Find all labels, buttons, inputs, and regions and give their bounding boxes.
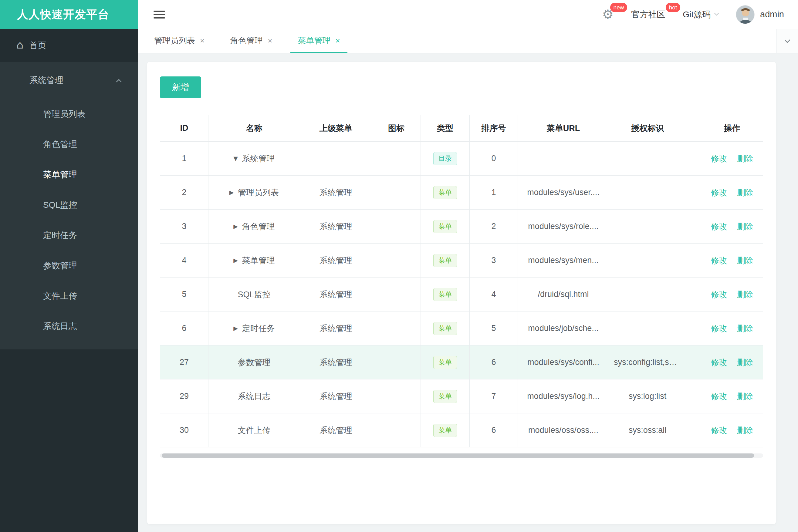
cell-icon [372, 244, 421, 278]
cell-url: modules/sys/role.... [518, 210, 609, 244]
edit-link[interactable]: 修改 [711, 154, 727, 163]
cell-auth: sys:log:list [609, 379, 686, 413]
edit-link[interactable]: 修改 [711, 290, 727, 299]
new-badge: new [610, 3, 628, 12]
cell-url [518, 141, 609, 176]
cell-name: 文件上传 [208, 413, 300, 448]
community-link[interactable]: 官方社区 hot [631, 9, 665, 20]
sidebar-item[interactable]: 角色管理 [0, 129, 138, 159]
menu-name: SQL监控 [238, 289, 270, 300]
tab[interactable]: 角色管理 × [223, 29, 279, 53]
sidebar-item[interactable]: 菜单管理 [0, 159, 138, 190]
sidebar-item-home[interactable]: ⌂ 首页 [0, 29, 138, 62]
edit-link[interactable]: 修改 [711, 392, 727, 401]
expand-icon[interactable] [233, 258, 238, 263]
cell-ops: 修改 删除 [686, 379, 763, 413]
cell-id: 3 [160, 210, 208, 244]
edit-link[interactable]: 修改 [711, 222, 727, 231]
edit-link[interactable]: 修改 [711, 426, 727, 435]
sidebar-item-label: SQL监控 [43, 199, 77, 211]
delete-link[interactable]: 删除 [737, 222, 753, 231]
add-button[interactable]: 新增 [160, 76, 201, 98]
scrollbar-thumb[interactable] [162, 453, 754, 458]
sidebar-item[interactable]: 文件上传 [0, 281, 138, 311]
menu-name: 角色管理 [242, 221, 275, 232]
git-label: Git源码 [683, 9, 711, 20]
edit-link[interactable]: 修改 [711, 324, 727, 333]
expand-icon[interactable] [233, 156, 238, 162]
delete-link[interactable]: 删除 [737, 324, 753, 333]
sidebar-item[interactable]: 参数管理 [0, 250, 138, 281]
delete-link[interactable]: 删除 [737, 358, 753, 367]
cell-ops: 修改 删除 [686, 176, 763, 210]
cell-auth [609, 141, 686, 176]
cell-type: 菜单 [421, 176, 470, 210]
git-source-link[interactable]: Git源码 [683, 9, 718, 20]
cell-icon [372, 278, 421, 311]
settings-button[interactable]: ⚙ new [602, 8, 614, 21]
cell-icon [372, 413, 421, 448]
tab-close-icon[interactable]: × [335, 37, 340, 44]
sidebar-item-label: 系统日志 [43, 321, 77, 332]
table-row: 5 SQL监控 系统管理 [160, 278, 763, 311]
username: admin [760, 10, 784, 19]
delete-link[interactable]: 删除 [737, 188, 753, 197]
cell-icon [372, 379, 421, 413]
tabs-overflow-button[interactable] [776, 29, 798, 53]
cell-auth [609, 278, 686, 311]
table-row: 27 参数管理 系统管理 [160, 345, 763, 379]
expand-icon[interactable] [233, 224, 238, 229]
menu-name: 系统管理 [242, 153, 275, 164]
horizontal-scrollbar[interactable] [160, 453, 763, 458]
sidebar-item-label: 文件上传 [43, 290, 77, 302]
cell-icon [372, 176, 421, 210]
tab-close-icon[interactable]: × [267, 37, 272, 44]
sidebar: 人人快速开发平台 ⌂ 首页 系统管理 管理员列表 角色管理 [0, 0, 138, 532]
menu-name: 参数管理 [238, 357, 271, 368]
cell-ops: 修改 删除 [686, 345, 763, 379]
cell-ops: 修改 删除 [686, 413, 763, 448]
cell-ops: 修改 删除 [686, 141, 763, 176]
menu-toggle-icon[interactable] [153, 8, 165, 21]
cell-ops: 修改 删除 [686, 244, 763, 278]
edit-link[interactable]: 修改 [711, 188, 727, 197]
sidebar-group-toggle[interactable]: 系统管理 [0, 62, 138, 99]
tab[interactable]: 管理员列表 × [147, 29, 212, 53]
menu-name: 管理员列表 [238, 187, 279, 198]
tab-close-icon[interactable]: × [200, 37, 204, 44]
table-row: 1 系统管理 [160, 141, 763, 176]
cell-id: 2 [160, 176, 208, 210]
expand-icon[interactable] [233, 325, 238, 331]
edit-link[interactable]: 修改 [711, 358, 727, 367]
hot-badge: hot [666, 3, 680, 12]
delete-link[interactable]: 删除 [737, 290, 753, 299]
sidebar-item[interactable]: 系统日志 [0, 311, 138, 342]
sidebar-item[interactable]: 管理员列表 [0, 99, 138, 129]
cell-url: modules/job/sche... [518, 311, 609, 345]
cell-id: 5 [160, 278, 208, 311]
open-tabs: 管理员列表 × 角色管理 × 菜单管理 × [138, 29, 358, 53]
cell-parent: 系统管理 [300, 176, 372, 210]
delete-link[interactable]: 删除 [737, 426, 753, 435]
cell-parent: 系统管理 [300, 210, 372, 244]
menu-name: 文件上传 [238, 425, 271, 436]
cell-name: 定时任务 [208, 311, 300, 345]
tab[interactable]: 菜单管理 × [290, 29, 347, 53]
sidebar-item[interactable]: 定时任务 [0, 220, 138, 250]
user-menu[interactable]: admin [736, 5, 784, 24]
delete-link[interactable]: 删除 [737, 154, 753, 163]
sidebar-submenu: 管理员列表 角色管理 菜单管理 SQL监控 定时任务 [0, 99, 138, 342]
edit-link[interactable]: 修改 [711, 256, 727, 265]
sidebar-item[interactable]: SQL监控 [0, 190, 138, 220]
cell-id: 4 [160, 244, 208, 278]
tab-label: 角色管理 [230, 35, 263, 46]
cell-type: 菜单 [421, 413, 470, 448]
menu-name: 定时任务 [242, 323, 275, 334]
expand-icon[interactable] [229, 190, 234, 195]
cell-auth [609, 244, 686, 278]
column-header: 图标 [372, 115, 421, 141]
delete-link[interactable]: 删除 [737, 256, 753, 265]
avatar [736, 5, 755, 24]
table-row: 29 系统日志 系统管理 [160, 379, 763, 413]
delete-link[interactable]: 删除 [737, 392, 753, 401]
